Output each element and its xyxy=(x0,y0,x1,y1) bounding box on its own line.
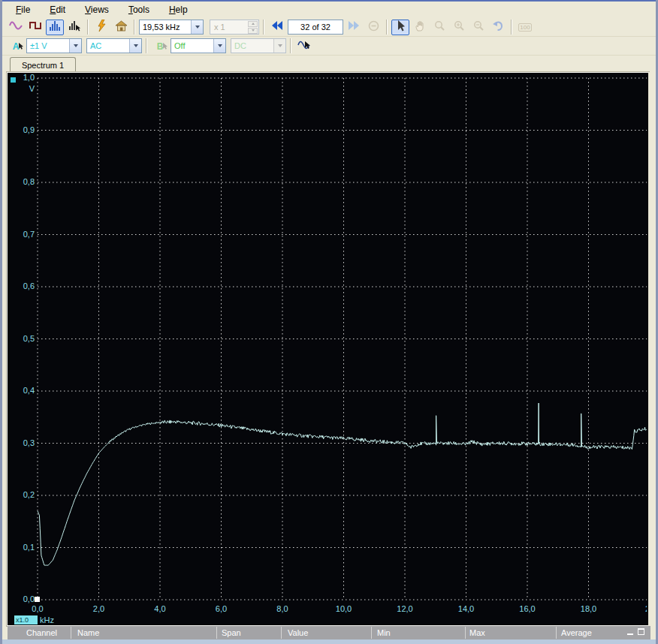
spectrum-plot xyxy=(8,73,647,625)
channel-b-range-select[interactable]: Off xyxy=(171,38,226,53)
x-tick-label: 12,0 xyxy=(389,604,421,613)
zoom-in-button[interactable] xyxy=(450,20,468,35)
hand-icon xyxy=(415,20,426,35)
y-tick-label: 0,8 xyxy=(9,177,35,186)
x-scale-badge: x1.0 xyxy=(14,615,38,624)
chevron-down-icon xyxy=(213,39,225,53)
next-buffers-button[interactable] xyxy=(345,20,363,35)
home-button[interactable] xyxy=(112,20,130,35)
menu-tools[interactable]: Tools xyxy=(128,5,149,15)
channel-b-settings-button[interactable]: B xyxy=(151,38,169,54)
double-arrow-left-icon xyxy=(271,20,283,34)
double-arrow-right-icon xyxy=(348,20,360,34)
column-header-name: Name xyxy=(77,628,99,637)
axis-drag-handle[interactable] xyxy=(35,597,40,602)
menu-help[interactable]: Help xyxy=(169,5,188,15)
pointer-tool-button[interactable] xyxy=(391,20,409,35)
channel-b-coupling-value: DC xyxy=(231,41,273,50)
chart-plot-area[interactable]: V 1,00,90,80,70,60,50,40,30,20,10,0 0,02… xyxy=(8,73,647,625)
channel-toolbar: A ±1 V AC B Off DC xyxy=(2,37,656,56)
channel-a-coupling-select[interactable]: AC xyxy=(86,38,142,53)
column-separator xyxy=(216,627,217,639)
column-header-span: Span xyxy=(222,628,241,637)
spectrum-settings-button[interactable] xyxy=(65,20,83,35)
toolbar-separator xyxy=(290,38,291,53)
zoom-100-icon: 100 xyxy=(518,23,531,32)
channel-a-coupling-value: AC xyxy=(87,41,129,50)
sine-wave-icon xyxy=(9,20,23,34)
toolbar-separator xyxy=(511,20,512,35)
channel-a-range-value: ±1 V xyxy=(27,41,69,50)
toolbar-separator xyxy=(263,20,264,35)
chevron-down-icon xyxy=(129,39,141,53)
zoom-out-button[interactable] xyxy=(469,20,487,35)
y-axis-unit: V xyxy=(9,84,35,93)
undo-zoom-button[interactable] xyxy=(489,20,507,35)
spin-down-icon[interactable] xyxy=(248,28,258,34)
spectrum-mode-button[interactable] xyxy=(46,20,64,35)
zoom-100-button[interactable]: 100 xyxy=(516,20,534,35)
main-toolbar: 19,53 kHz x 1 32 of 32 xyxy=(2,18,656,37)
column-separator xyxy=(371,627,372,639)
home-icon xyxy=(115,20,128,35)
toolbar-separator xyxy=(87,20,89,35)
toolbar-separator xyxy=(146,38,147,53)
menu-views[interactable]: Views xyxy=(85,5,109,15)
x-tick-label: 16,0 xyxy=(512,604,543,613)
trigger-button[interactable] xyxy=(92,20,110,35)
panel-maximize-button[interactable] xyxy=(638,628,644,635)
menu-file[interactable]: File xyxy=(16,5,30,15)
y-tick-label: 0,3 xyxy=(9,438,35,447)
scope-mode-button[interactable] xyxy=(7,20,25,35)
channel-b-range-value: Off xyxy=(171,41,213,50)
probe-settings-button[interactable] xyxy=(295,38,313,54)
y-tick-label: 0,6 xyxy=(9,281,35,290)
menu-edit[interactable]: Edit xyxy=(50,5,65,15)
column-separator xyxy=(281,627,282,639)
buffer-position-field[interactable]: 32 of 32 xyxy=(288,20,343,35)
buffer-overview-button[interactable] xyxy=(364,20,382,35)
buffer-overview-icon xyxy=(368,20,379,35)
column-header-value: Value xyxy=(288,628,308,637)
spin-up-icon[interactable] xyxy=(248,21,258,27)
chevron-down-icon xyxy=(69,39,81,53)
column-header-max: Max xyxy=(469,628,485,637)
tab-strip: Spectrum 1 xyxy=(2,56,656,73)
y-tick-label: 0,7 xyxy=(9,230,35,239)
spinner-buttons[interactable] xyxy=(248,21,258,34)
menu-bar: FileEditViewsToolsHelp xyxy=(2,2,656,18)
sample-rate-value: 19,53 kHz xyxy=(140,23,191,32)
channel-a-range-select[interactable]: ±1 V xyxy=(26,38,82,53)
column-header-average: Average xyxy=(561,628,592,637)
x-axis-unit: kHz xyxy=(40,615,54,624)
square-wave-icon xyxy=(29,20,41,34)
undo-arrow-icon xyxy=(492,20,504,34)
sample-rate-select[interactable]: 19,53 kHz xyxy=(139,20,204,35)
tab-spectrum-1[interactable]: Spectrum 1 xyxy=(10,57,76,73)
x-tick-label: 2,0 xyxy=(83,604,115,613)
chevron-down-icon xyxy=(191,20,203,34)
y-tick-label: 0,9 xyxy=(9,125,35,134)
channel-b-icon: B xyxy=(157,39,164,53)
hand-tool-button[interactable] xyxy=(411,20,429,35)
x-tick-label: 0,0 xyxy=(22,604,53,613)
channel-a-settings-button[interactable]: A xyxy=(7,38,25,54)
zoom-factor-stepper[interactable]: x 1 xyxy=(210,20,259,35)
channel-b-coupling-select[interactable]: DC xyxy=(231,38,286,53)
column-header-min: Min xyxy=(377,628,391,637)
lightning-icon xyxy=(96,20,107,35)
window-frame-top xyxy=(0,0,658,2)
x-tick-label: 10,0 xyxy=(328,604,360,613)
prev-buffers-button[interactable] xyxy=(268,20,286,35)
buffer-position-value: 32 of 32 xyxy=(300,23,331,32)
y-tick-label: 0,5 xyxy=(9,334,35,343)
spectrum-chart-panel: V 1,00,90,80,70,60,50,40,30,20,10,0 0,02… xyxy=(7,72,649,626)
x-tick-label: 20 xyxy=(634,604,647,613)
pointer-icon xyxy=(395,20,406,35)
panel-right-margin xyxy=(648,72,656,626)
column-header-channel: Channel xyxy=(26,628,57,637)
zoom-marquee-button[interactable] xyxy=(430,20,448,35)
waveform-cursor-icon xyxy=(297,39,311,53)
panel-minimize-button[interactable] xyxy=(627,628,633,635)
square-wave-button[interactable] xyxy=(26,20,44,35)
